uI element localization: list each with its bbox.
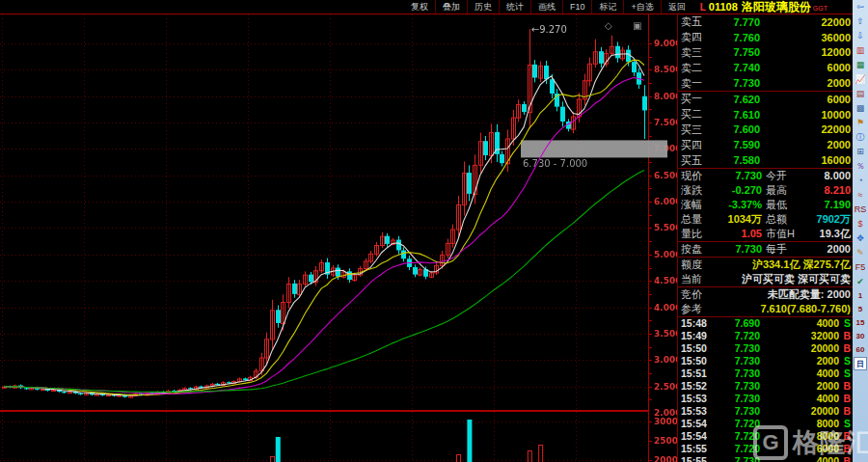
period-button-1[interactable]: 1: [854, 289, 867, 303]
stat-label: 总量: [681, 212, 710, 227]
period-button-日[interactable]: 日: [854, 357, 867, 370]
multi-chart-icon[interactable]: ▤: [854, 87, 867, 101]
period-button-60[interactable]: 60: [854, 343, 867, 357]
stat-value: 1.05: [710, 228, 762, 239]
toolbar-button-历史[interactable]: 历史: [467, 0, 499, 14]
kline-chart-canvas[interactable]: [0, 14, 677, 462]
toolbar-button-F10[interactable]: F10: [562, 0, 592, 14]
tick-time: 15:54: [681, 430, 714, 442]
tick-time: 15:54: [681, 418, 714, 429]
tick-row[interactable]: 15:55 7.720 6000 B: [678, 443, 854, 455]
period-button-5[interactable]: 5: [854, 303, 867, 316]
tick-row[interactable]: 15:53 7.730 20000 B: [678, 405, 854, 418]
tick-side: B: [839, 455, 851, 462]
stat-label: 市值H: [766, 227, 799, 241]
info-icon[interactable]: ⓘ: [854, 130, 867, 145]
bid-level-row[interactable]: 买一 7.620 6000: [678, 92, 854, 107]
rsi-indicator-label[interactable]: RS: [854, 203, 867, 217]
level-price: 7.740: [710, 62, 760, 73]
tick-row[interactable]: 15:51 7.730 4000 S: [678, 367, 854, 380]
tick-row[interactable]: 15:50 7.730 20000 B: [678, 342, 854, 355]
tick-time: 15:55: [681, 443, 714, 454]
stat-value: 8.000: [799, 170, 851, 181]
box-tool-icon[interactable]: ▣: [633, 20, 641, 31]
toolbar-button-统计[interactable]: 统计: [499, 0, 530, 14]
tick-row[interactable]: 15:48 7.690 4000 S: [678, 317, 854, 330]
level-qty: 6000: [760, 94, 851, 105]
down-arrow-icon[interactable]: ⇩: [854, 29, 867, 43]
tick-time: 15:48: [681, 317, 714, 329]
bid-levels: 买一 7.620 6000买二 7.610 10000买三 7.600 2200…: [678, 92, 854, 169]
bar-chart-icon[interactable]: ▦: [854, 58, 867, 72]
percent-icon[interactable]: ％: [854, 159, 867, 174]
wide-info-row: 当前 沪可买可卖 深可买可卖: [678, 272, 854, 286]
tick-time: 15:49: [681, 330, 714, 341]
toolbar-button-+自选[interactable]: +自选: [623, 0, 660, 14]
refresh-f5-icon[interactable]: F5: [854, 260, 867, 275]
ask-level-row[interactable]: 卖二 7.740 6000: [678, 60, 854, 75]
tick-list[interactable]: 15:48 7.690 4000 S15:49 7.720 32000 B15:…: [678, 317, 854, 462]
level-label: 卖三: [681, 45, 710, 60]
level-qty: 12000: [760, 46, 851, 58]
bid-level-row[interactable]: 买二 7.610 10000: [678, 107, 854, 122]
bid-level-row[interactable]: 买四 7.590 2000: [678, 137, 854, 152]
tick-row[interactable]: 15:54 7.720 8000 S: [678, 418, 854, 430]
tick-row[interactable]: 15:49 7.720 32000 B: [678, 330, 854, 342]
bid-level-row[interactable]: 买三 7.600 22000: [678, 122, 854, 138]
level-price: 7.750: [710, 46, 760, 58]
stat-label: 涨幅: [681, 198, 710, 212]
move-icon[interactable]: ✥: [854, 231, 867, 246]
check-icon[interactable]: ✔: [854, 275, 867, 289]
tick-side: B: [839, 330, 851, 341]
wave-icon[interactable]: ≈: [854, 188, 867, 203]
tick-row[interactable]: 15:52 7.730 2000 B: [678, 380, 854, 393]
diamond-tool-icon[interactable]: ◇: [605, 20, 612, 31]
flag-icon[interactable]: ⚑: [854, 116, 867, 130]
connect-quota: 额度 沪334.1亿 深275.7亿当前 沪可买可卖 深可买可卖: [678, 258, 854, 287]
quote-stats: 现价 7.730 今开 8.000涨跌 -0.270 最高 8.210涨幅 -3…: [678, 169, 854, 242]
clock-icon[interactable]: ◔: [854, 174, 867, 188]
tick-side: B: [839, 405, 851, 417]
period-button-15[interactable]: 15: [854, 316, 867, 330]
level-label: 卖一: [681, 76, 710, 91]
ask-levels: 卖五 7.770 22000卖四 7.760 36000卖三 7.750 120…: [678, 14, 854, 92]
ask-level-row[interactable]: 卖四 7.760 36000: [678, 30, 854, 45]
toolbar-button-叠加[interactable]: 叠加: [435, 0, 467, 14]
toolbar-button-复权[interactable]: 复权: [404, 0, 435, 14]
f12-icon[interactable]: ⊞: [854, 145, 867, 159]
kline-chart-icon[interactable]: ▥: [854, 43, 867, 58]
tick-row[interactable]: 15:50 7.730 2000 S: [678, 355, 854, 367]
stat-value: 7.190: [799, 199, 851, 210]
stat-value: -0.270: [710, 184, 762, 196]
tick-time: 15:50: [681, 355, 714, 367]
tick-qty: 4000: [760, 317, 839, 329]
money-icon[interactable]: $: [854, 217, 867, 231]
toolbar-button-标记[interactable]: 标记: [591, 0, 623, 14]
board-lot-row-group: 按盘 7.730 每手 2000: [678, 242, 854, 258]
up-arrow-icon[interactable]: ⇧: [854, 14, 867, 29]
stat-value: 7902万: [799, 212, 851, 227]
toolbar-button-返回[interactable]: 返回: [661, 0, 692, 14]
toolbar-button-画线[interactable]: 画线: [530, 0, 562, 14]
back-arrow-icon[interactable]: ⇦: [854, 0, 867, 14]
level-price: 7.730: [710, 77, 760, 89]
tick-row[interactable]: 15:55 7.730 4000 B: [678, 455, 854, 462]
bid-level-row[interactable]: 买五 7.580 16000: [678, 152, 854, 168]
grid-icon[interactable]: ▩: [854, 101, 867, 116]
stat-value: 2000: [799, 243, 851, 255]
stock-code: 01108: [709, 1, 738, 13]
ask-level-row[interactable]: 卖五 7.770 22000: [678, 14, 854, 30]
tick-side: B: [839, 393, 851, 404]
ask-level-row[interactable]: 卖三 7.750 12000: [678, 45, 854, 61]
tick-row[interactable]: 15:53 7.730 4000 B: [678, 393, 854, 405]
stat-label: 现价: [681, 169, 710, 183]
line-chart-icon[interactable]: 📈: [854, 72, 867, 87]
level-label: 买三: [681, 122, 710, 137]
stat-row: 涨幅 -3.37% 最低 7.190: [678, 198, 854, 212]
tick-price: 7.690: [714, 317, 760, 329]
ask-level-row[interactable]: 卖一 7.730 2000: [678, 75, 854, 91]
pencil-icon[interactable]: ✎: [854, 246, 867, 260]
stat-label: 涨跌: [681, 183, 710, 198]
period-button-30[interactable]: 30: [854, 330, 867, 343]
tick-row[interactable]: 15:54 7.720 8000 B: [678, 430, 854, 443]
